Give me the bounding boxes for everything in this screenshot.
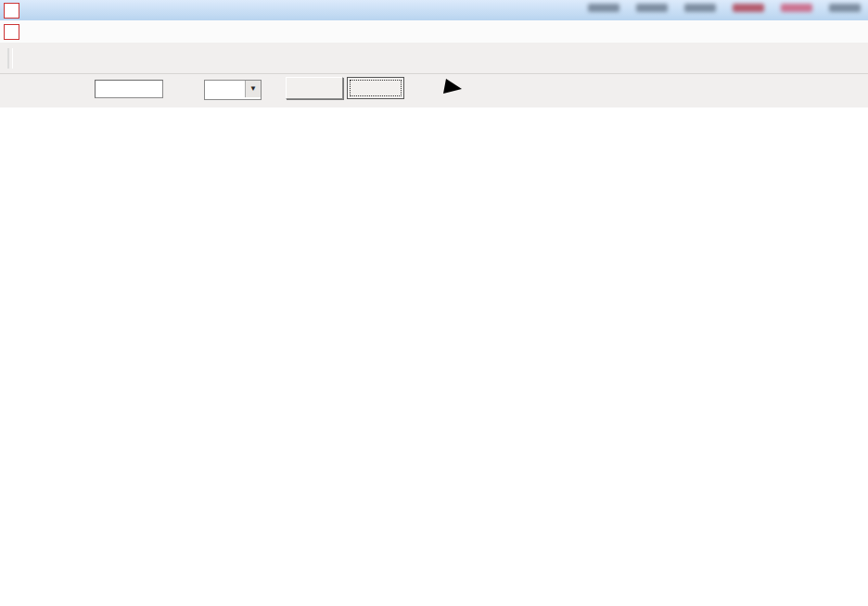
support-button[interactable] [347,77,404,99]
toolbar [0,43,868,74]
step-select[interactable]: ▼ [204,80,262,100]
resistance-button[interactable] [286,77,343,99]
title-bar-redacted-items [588,4,861,12]
start-price-input[interactable] [95,80,163,98]
chevron-down-icon[interactable]: ▼ [245,81,261,97]
analysis-levels [161,567,200,587]
gann-square-grid [20,109,832,519]
menu-bar [0,20,868,44]
menu-logo-icon [4,24,19,40]
title-bar [0,0,868,21]
app-window: ▼ [0,0,868,606]
controls-row: ▼ [0,74,868,107]
app-logo-icon [4,3,19,19]
